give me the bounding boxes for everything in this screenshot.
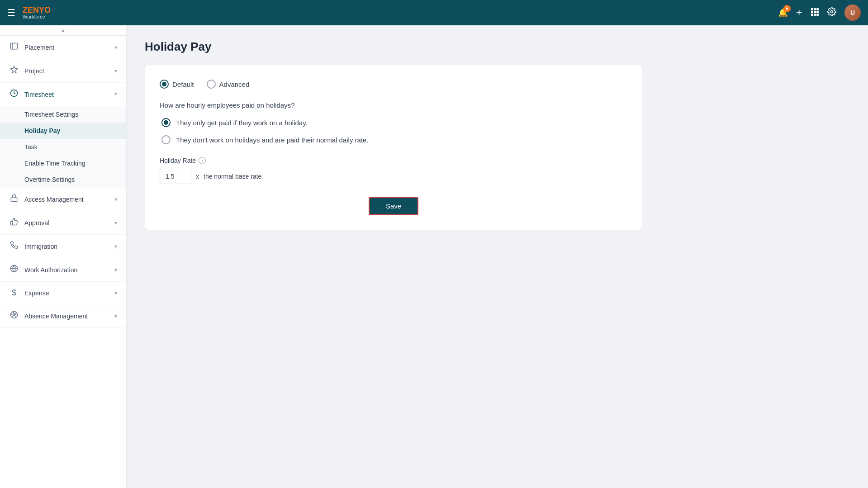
- immigration-chevron: ▾: [114, 243, 117, 250]
- sidebar-item-approval-label: Approval: [24, 219, 49, 227]
- access-management-icon: [9, 194, 19, 204]
- expense-icon: $: [9, 288, 19, 298]
- svg-rect-5: [816, 11, 819, 13]
- sidebar-item-approval[interactable]: Approval ▾: [0, 211, 126, 235]
- holiday-rate-section: Holiday Rate i x the normal base rate: [160, 157, 627, 184]
- holiday-pay-radio-normal-rate[interactable]: [161, 135, 171, 144]
- placement-chevron: ▾: [114, 44, 117, 51]
- top-navigation: ☰ ZENYO Workforce 🔔 5 +: [0, 0, 868, 25]
- holiday-rate-input[interactable]: [160, 169, 191, 184]
- main-layout: ▲ Placement ▾: [0, 25, 868, 488]
- mode-default-option[interactable]: Default: [160, 80, 194, 89]
- save-button[interactable]: Save: [369, 197, 418, 215]
- notification-icon[interactable]: 🔔 5: [778, 8, 788, 18]
- apps-grid-icon[interactable]: [810, 7, 819, 19]
- add-icon[interactable]: +: [796, 7, 802, 19]
- placement-icon: [9, 42, 19, 52]
- sidebar-item-placement[interactable]: Placement ▾: [0, 36, 126, 59]
- expense-chevron: ▾: [114, 290, 117, 296]
- sidebar-item-expense-label: Expense: [24, 289, 49, 297]
- logo: ZENYO Workforce: [23, 6, 51, 19]
- sidebar-item-immigration[interactable]: Immigration ▾: [0, 235, 126, 258]
- sidebar-subitem-timesheet-settings[interactable]: Timesheet Settings: [0, 106, 126, 123]
- svg-marker-12: [11, 66, 18, 73]
- immigration-icon: [9, 241, 19, 251]
- sidebar-item-timesheet-label: Timesheet: [24, 91, 54, 98]
- timesheet-subitems: Timesheet Settings Holiday Pay Task Enab…: [0, 106, 126, 188]
- sidebar-item-placement-label: Placement: [24, 44, 54, 51]
- sidebar: ▲ Placement ▾: [0, 25, 127, 488]
- holiday-pay-options: They only get paid if they work on a hol…: [161, 118, 627, 144]
- mode-advanced-label: Advanced: [219, 81, 250, 88]
- svg-rect-14: [11, 198, 17, 201]
- timesheet-icon: [9, 89, 19, 99]
- holiday-pay-card: Default Advanced How are hourly employee…: [145, 65, 642, 230]
- project-chevron: ▾: [114, 68, 117, 74]
- mode-default-radio[interactable]: [160, 80, 169, 89]
- work-authorization-chevron: ▾: [114, 267, 117, 273]
- rate-desc-text: the normal base rate: [204, 173, 261, 180]
- svg-rect-0: [811, 8, 813, 10]
- holiday-pay-option-normal-rate-label: They don't work on holidays and are paid…: [176, 136, 369, 144]
- svg-rect-1: [814, 8, 816, 10]
- svg-rect-3: [811, 11, 813, 13]
- timesheet-chevron: ▴: [114, 91, 117, 98]
- topnav-left: ☰ ZENYO Workforce: [7, 6, 51, 19]
- sidebar-subitem-holiday-pay[interactable]: Holiday Pay: [0, 123, 126, 139]
- svg-rect-8: [816, 14, 819, 16]
- holiday-rate-input-row: x the normal base rate: [160, 169, 627, 184]
- settings-gear-icon[interactable]: [827, 7, 836, 19]
- project-icon: [9, 66, 19, 76]
- sidebar-item-immigration-label: Immigration: [24, 243, 57, 250]
- mode-advanced-option[interactable]: Advanced: [207, 80, 250, 89]
- holiday-rate-label: Holiday Rate i: [160, 157, 627, 164]
- svg-rect-10: [11, 43, 18, 49]
- scroll-up-indicator: ▲: [0, 25, 126, 36]
- topnav-right: 🔔 5 + U: [778, 5, 861, 21]
- sidebar-item-work-authorization-label: Work Authorization: [24, 266, 77, 274]
- svg-rect-2: [816, 8, 819, 10]
- sidebar-item-work-authorization[interactable]: Work Authorization ▾: [0, 258, 126, 282]
- access-management-chevron: ▾: [114, 196, 117, 203]
- logo-accent: ZENYO: [23, 5, 51, 14]
- sidebar-subitem-task[interactable]: Task: [0, 139, 126, 155]
- svg-rect-6: [811, 14, 813, 16]
- sidebar-item-access-management-label: Access Management: [24, 196, 84, 203]
- mode-advanced-radio[interactable]: [207, 80, 216, 89]
- holiday-rate-info-icon[interactable]: i: [199, 157, 206, 164]
- holiday-pay-question: How are hourly employees paid on holiday…: [160, 101, 627, 109]
- save-button-row: Save: [160, 197, 627, 215]
- approval-chevron: ▾: [114, 220, 117, 226]
- holiday-pay-option-work-only[interactable]: They only get paid if they work on a hol…: [161, 118, 627, 127]
- sidebar-item-absence-management[interactable]: Absence Management ▾: [0, 304, 126, 328]
- sidebar-subitem-enable-time-tracking[interactable]: Enable Time Tracking: [0, 155, 126, 171]
- approval-icon: [9, 218, 19, 228]
- sidebar-item-project[interactable]: Project ▾: [0, 59, 126, 83]
- sidebar-subitem-overtime-settings[interactable]: Overtime Settings: [0, 171, 126, 188]
- holiday-pay-option-normal-rate[interactable]: They don't work on holidays and are paid…: [161, 135, 627, 144]
- svg-rect-4: [814, 11, 816, 13]
- sidebar-item-timesheet[interactable]: Timesheet ▴: [0, 83, 126, 106]
- rate-multiply-symbol: x: [196, 173, 199, 180]
- page-title: Holiday Pay: [145, 40, 850, 54]
- absence-management-chevron: ▾: [114, 313, 117, 319]
- holiday-pay-option-work-only-label: They only get paid if they work on a hol…: [176, 119, 308, 127]
- hamburger-icon[interactable]: ☰: [7, 7, 15, 18]
- absence-management-icon: [9, 311, 19, 321]
- sidebar-item-access-management[interactable]: Access Management ▾: [0, 188, 126, 211]
- sidebar-item-absence-management-label: Absence Management: [24, 313, 88, 320]
- logo-subtitle: Workforce: [23, 14, 51, 19]
- sidebar-item-expense[interactable]: $ Expense ▾: [0, 282, 126, 304]
- sidebar-item-project-label: Project: [24, 67, 44, 75]
- avatar[interactable]: U: [844, 5, 861, 21]
- main-content: Holiday Pay Default Advanced How are hou…: [127, 25, 868, 488]
- holiday-pay-radio-work-only[interactable]: [161, 118, 171, 127]
- svg-rect-7: [814, 14, 816, 16]
- svg-point-9: [831, 10, 833, 13]
- notification-badge: 5: [783, 5, 791, 12]
- mode-default-label: Default: [172, 81, 194, 88]
- mode-radio-group: Default Advanced: [160, 80, 627, 89]
- work-authorization-icon: [9, 265, 19, 275]
